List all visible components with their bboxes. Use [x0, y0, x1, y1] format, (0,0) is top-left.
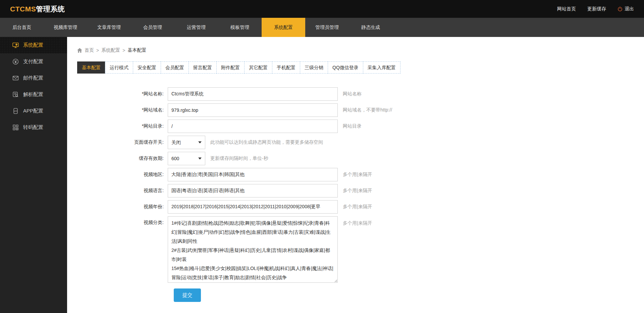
- sidebar: 系统配置 支付配置 邮件配置: [0, 37, 67, 313]
- cache-ttl-label: 缓存有效期:: [77, 155, 168, 162]
- site-directory-label: *网站目录:: [77, 123, 168, 129]
- app-logo: CTCMS管理系统: [10, 4, 65, 14]
- svg-text:APP: APP: [13, 110, 17, 112]
- nav-item-operations[interactable]: 运营管理: [174, 18, 218, 37]
- basic-config-form: *网站名称: 网站名称 *网站域名: 网站域名，不要带http:// *网站目录…: [77, 87, 644, 302]
- site-name-label: *网站名称:: [77, 91, 168, 97]
- video-language-input[interactable]: [168, 184, 338, 197]
- tab-collect-import-config[interactable]: 采集入库配置: [363, 61, 400, 74]
- tab-message-config[interactable]: 留言配置: [189, 61, 217, 74]
- sidebar-item-system-config[interactable]: 系统配置: [0, 37, 67, 53]
- tab-distribution-config[interactable]: 三级分销: [300, 61, 328, 74]
- breadcrumb-section[interactable]: 系统配置: [101, 47, 120, 53]
- nav-item-dashboard[interactable]: 后台首页: [0, 18, 44, 37]
- tab-security-config[interactable]: 安全配置: [133, 61, 161, 74]
- tab-qq-wechat-login[interactable]: QQ微信登录: [328, 61, 363, 74]
- form-row-page-cache-switch: 页面缓存开关: 关闭 此功能可以达到生成静态网页功能，需要更多储存空间: [77, 136, 644, 149]
- form-row-cache-ttl: 缓存有效期: 600 更新缓存间隔时间，单位-秒: [77, 152, 644, 165]
- app-logo-rest: 管理系统: [36, 5, 65, 13]
- sidebar-item-label: 支付配置: [23, 58, 43, 65]
- form-row-site-directory: *网站目录: 网站目录: [77, 120, 644, 133]
- form-row-video-region: 视频地区: 多个用|来隔开: [77, 168, 644, 181]
- video-region-input[interactable]: [168, 168, 338, 181]
- logout-label: 退出: [625, 6, 634, 12]
- video-language-hint: 多个用|来隔开: [343, 188, 372, 194]
- sidebar-item-label: 系统配置: [23, 42, 43, 48]
- form-row-site-name: *网站名称: 网站名称: [77, 87, 644, 101]
- video-region-label: 视频地区:: [77, 172, 168, 178]
- nav-item-admin-management[interactable]: 管理员管理: [305, 18, 349, 37]
- cache-ttl-select-wrap: 600: [168, 152, 205, 165]
- tab-run-mode[interactable]: 运行模式: [105, 61, 133, 74]
- video-year-input[interactable]: [168, 200, 338, 214]
- nav-item-static-generation[interactable]: 静态生成: [349, 18, 392, 37]
- cache-ttl-select[interactable]: 600: [168, 152, 205, 165]
- video-year-label: 视频年份:: [77, 204, 168, 210]
- sidebar-item-label: 邮件配置: [23, 75, 43, 81]
- sidebar-item-payment-config[interactable]: 支付配置: [0, 53, 67, 70]
- video-language-label: 视频语言:: [77, 188, 168, 194]
- nav-item-article-library[interactable]: 文章库管理: [87, 18, 131, 37]
- topbar: CTCMS管理系统 网站首页 更新缓存 退出: [0, 0, 644, 18]
- mobile-app-icon: APP: [12, 108, 19, 115]
- transcode-grid-icon: [12, 124, 19, 131]
- sidebar-item-label: 解析配置: [23, 91, 43, 98]
- page-cache-switch-select-wrap: 关闭: [168, 136, 205, 149]
- site-directory-input[interactable]: [168, 120, 338, 133]
- page-cache-switch-label: 页面缓存开关:: [77, 139, 168, 145]
- site-name-hint: 网站名称: [343, 91, 362, 97]
- tab-other-config[interactable]: 其它配置: [244, 61, 272, 74]
- monitor-gear-icon: [12, 42, 19, 49]
- sidebar-item-parse-config[interactable]: 解析配置: [0, 86, 67, 103]
- form-row-site-domain: *网站域名: 网站域名，不要带http://: [77, 103, 644, 117]
- site-directory-hint: 网站目录: [343, 123, 362, 129]
- refresh-cache-label: 更新缓存: [587, 6, 606, 12]
- form-row-video-language: 视频语言: 多个用|来隔开: [77, 184, 644, 197]
- tab-member-config[interactable]: 会员配置: [161, 61, 189, 74]
- sidebar-item-label: 转码配置: [23, 124, 43, 131]
- site-home-label: 网站首页: [557, 6, 576, 12]
- sidebar-item-app-config[interactable]: APP APP配置: [0, 103, 67, 119]
- app-logo-highlight: CTCMS: [10, 5, 36, 13]
- home-icon: [77, 48, 82, 53]
- sidebar-item-transcode-config[interactable]: 转码配置: [0, 119, 67, 136]
- config-tabs: 基本配置 运行模式 安全配置 会员配置 留言配置 附件配置 其它配置 手机配置 …: [77, 61, 644, 74]
- site-domain-label: *网站域名:: [77, 107, 168, 113]
- breadcrumb: 首页 > 系统配置 > 基本配置: [77, 47, 644, 54]
- power-icon: [618, 6, 623, 11]
- nav-item-members[interactable]: 会员管理: [131, 18, 174, 37]
- breadcrumb-separator: >: [122, 48, 125, 53]
- nav-item-templates[interactable]: 模板管理: [218, 18, 262, 37]
- nav-item-system-config[interactable]: 系统配置: [262, 18, 305, 37]
- main-content: 首页 > 系统配置 > 基本配置 基本配置 运行模式 安全配置 会员配置 留言配…: [67, 37, 644, 313]
- sidebar-item-mail-config[interactable]: 邮件配置: [0, 70, 67, 86]
- video-year-hint: 多个用|来隔开: [343, 204, 372, 210]
- breadcrumb-separator: >: [96, 48, 99, 53]
- site-home-link[interactable]: 网站首页: [557, 6, 576, 12]
- submit-button[interactable]: 提交: [174, 288, 201, 302]
- tab-basic-config[interactable]: 基本配置: [77, 61, 105, 74]
- nav-item-video-library[interactable]: 视频库管理: [44, 18, 87, 37]
- site-name-input[interactable]: [168, 87, 338, 101]
- mail-icon: [12, 75, 19, 82]
- tab-attachment-config[interactable]: 附件配置: [216, 61, 245, 74]
- form-row-video-year: 视频年份: 多个用|来隔开: [77, 200, 644, 214]
- topbar-links: 网站首页 更新缓存 退出: [557, 6, 634, 12]
- main-nav: 后台首页 视频库管理 文章库管理 会员管理 运营管理 模板管理 系统配置 管理员…: [0, 18, 644, 37]
- payment-yuan-icon: [12, 58, 19, 65]
- logout-link[interactable]: 退出: [618, 6, 634, 12]
- video-category-hint: 多个用|来隔开: [343, 220, 372, 226]
- video-category-label: 视频分类:: [77, 220, 168, 226]
- form-row-video-category: 视频分类: 1#传记|喜剧|剧情|枪战|恐怖|励志|歌舞|犯罪|偶像|悬疑|爱情…: [77, 216, 644, 283]
- breadcrumb-current: 基本配置: [127, 47, 146, 53]
- refresh-cache-link[interactable]: 更新缓存: [587, 6, 606, 12]
- video-category-textarea[interactable]: 1#传记|喜剧|剧情|枪战|恐怖|励志|歌舞|犯罪|偶像|悬疑|爱情|惊悚|纪录…: [168, 216, 338, 283]
- page-cache-switch-hint: 此功能可以达到生成静态网页功能，需要更多储存空间: [210, 139, 323, 145]
- breadcrumb-home[interactable]: 首页: [85, 47, 94, 53]
- page-cache-switch-select[interactable]: 关闭: [168, 136, 205, 149]
- sidebar-item-label: APP配置: [23, 108, 43, 114]
- site-domain-hint: 网站域名，不要带http://: [343, 107, 392, 113]
- site-domain-input[interactable]: [168, 103, 338, 117]
- cache-ttl-hint: 更新缓存间隔时间，单位-秒: [210, 155, 268, 162]
- tab-mobile-config[interactable]: 手机配置: [272, 61, 300, 74]
